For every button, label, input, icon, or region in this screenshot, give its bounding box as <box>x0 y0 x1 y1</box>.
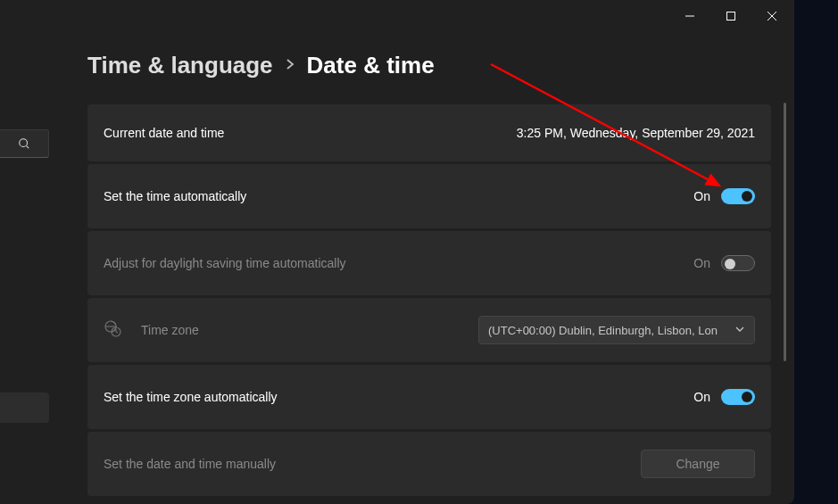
maximize-button[interactable] <box>710 3 751 29</box>
dropdown-selected-value: (UTC+00:00) Dublin, Edinburgh, Lisbon, L… <box>488 324 718 337</box>
row-current-datetime: Current date and time 3:25 PM, Wednesday… <box>87 104 771 161</box>
breadcrumb: Time & language Date & time <box>87 32 771 79</box>
time-zone-dropdown[interactable]: (UTC+00:00) Dublin, Edinburgh, Lisbon, L… <box>478 316 755 344</box>
toggle-state-label: On <box>693 390 710 404</box>
row-label: Current date and time <box>104 126 224 140</box>
breadcrumb-parent[interactable]: Time & language <box>87 52 273 79</box>
set-time-zone-automatically-toggle[interactable] <box>721 389 755 405</box>
settings-list: Current date and time 3:25 PM, Wednesday… <box>87 104 771 496</box>
page-title: Date & time <box>307 52 435 79</box>
titlebar <box>0 0 794 32</box>
minimize-button[interactable] <box>669 3 710 29</box>
row-set-time-automatically[interactable]: Set the time automatically On <box>87 164 771 228</box>
chevron-right-icon <box>286 56 295 75</box>
row-label: Set the time zone automatically <box>104 390 278 404</box>
close-button[interactable] <box>751 3 792 29</box>
row-label: Set the date and time manually <box>104 457 276 471</box>
row-label: Set the time automatically <box>104 189 246 203</box>
toggle-state-label: On <box>693 256 710 270</box>
row-set-time-zone-automatically[interactable]: Set the time zone automatically On <box>87 365 771 429</box>
toggle-state-label: On <box>693 189 710 203</box>
svg-rect-1 <box>727 12 735 21</box>
row-label: Time zone <box>141 323 199 337</box>
row-adjust-dst: Adjust for daylight saving time automati… <box>87 231 771 295</box>
sidebar <box>0 0 49 504</box>
set-time-automatically-toggle[interactable] <box>721 188 755 204</box>
svg-line-5 <box>27 146 29 149</box>
sidebar-item[interactable] <box>0 392 49 423</box>
scrollbar[interactable] <box>784 103 786 361</box>
row-time-zone: Time zone (UTC+00:00) Dublin, Edinburgh,… <box>87 298 771 362</box>
current-datetime-value: 3:25 PM, Wednesday, September 29, 2021 <box>517 126 755 140</box>
row-label: Adjust for daylight saving time automati… <box>104 256 346 270</box>
search-input[interactable] <box>0 129 49 158</box>
chevron-down-icon <box>734 322 745 338</box>
svg-line-10 <box>116 332 118 333</box>
change-button[interactable]: Change <box>641 450 755 478</box>
svg-point-4 <box>20 139 28 147</box>
adjust-dst-toggle <box>721 255 755 271</box>
row-set-date-time-manually: Set the date and time manually Change <box>87 432 771 496</box>
globe-clock-icon <box>104 319 121 341</box>
